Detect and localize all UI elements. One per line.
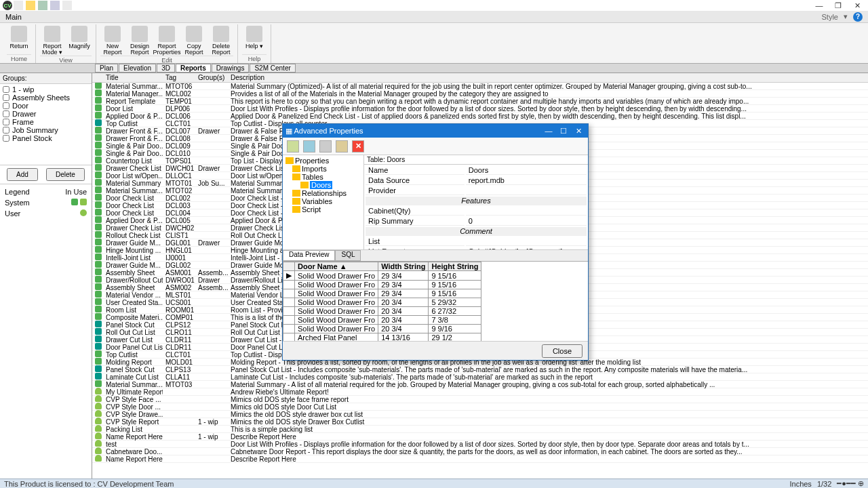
grid-row[interactable]: Solid Wood Drawer Fro20 3/49 9/16	[283, 325, 481, 333]
ribbon-magnify[interactable]: Magnify	[67, 24, 92, 56]
ribbon-report-properties[interactable]: Report Properties	[155, 24, 179, 56]
report-icon	[95, 194, 102, 201]
add-button[interactable]: Add	[7, 168, 38, 181]
tb-delete-icon[interactable]: ✕	[352, 140, 364, 152]
dialog-titlebar[interactable]: ▦ Advanced Properties — ☐ ✕	[283, 124, 588, 138]
prop-value[interactable]: 0	[466, 217, 587, 226]
qat-save-icon[interactable]	[38, 1, 47, 10]
report-icon	[95, 447, 102, 454]
grid-row[interactable]: Solid Wood Drawer Fro20 3/46 27/32	[283, 307, 481, 316]
group-checkbox[interactable]	[3, 119, 9, 125]
zoom-slider[interactable]: ━●━━ ⊕	[837, 479, 864, 488]
ribbon-copy-report[interactable]: Copy Report	[182, 24, 206, 56]
dialog-maximize-button[interactable]: ☐	[557, 127, 570, 136]
tab-reports[interactable]: Reports	[176, 64, 211, 73]
groups-list: 1 - wipAssembly SheetsDoorDrawerFrameJob…	[0, 84, 92, 165]
tab-drawings[interactable]: Drawings	[212, 64, 250, 73]
group-checkbox[interactable]	[3, 102, 9, 109]
report-icon	[95, 350, 102, 357]
group-item[interactable]: Job Summary	[1, 126, 90, 134]
tree-node-relationships[interactable]: Relationships	[284, 189, 362, 197]
qat-undo-icon[interactable]	[62, 1, 72, 10]
prop-value[interactable]	[466, 186, 587, 195]
grid-row[interactable]: Arched Flat Panel14 13/1629 1/2	[283, 333, 481, 342]
prop-value[interactable]: Cab #{Cabinet} - {Comment}	[466, 247, 587, 249]
group-item[interactable]: Panel Stock	[1, 134, 90, 142]
dialog-close-button[interactable]: ✕	[572, 127, 585, 136]
tab-elevation[interactable]: Elevation	[119, 64, 156, 73]
grid-row[interactable]: Solid Wood Drawer Fro29 3/49 15/16	[283, 281, 481, 289]
tree-node-script[interactable]: Script	[284, 205, 362, 214]
delete-button[interactable]: Delete	[46, 168, 85, 181]
group-checkbox[interactable]	[3, 110, 9, 117]
tb-icon-2[interactable]	[303, 140, 315, 152]
help-icon[interactable]: ?	[853, 12, 863, 22]
group-item[interactable]: Frame	[1, 118, 90, 126]
group-checkbox[interactable]	[3, 94, 9, 101]
tab-data-preview[interactable]: Data Preview	[283, 250, 335, 261]
grid-row[interactable]: Solid Wood Drawer Fro29 3/49 15/16	[283, 289, 481, 298]
tb-icon-4[interactable]	[336, 140, 348, 152]
prop-value[interactable]: report.mdb	[466, 176, 587, 185]
data-preview-grid[interactable]: Door Name ▲Width StringHeight String▶Sol…	[283, 261, 588, 341]
close-button[interactable]: Close	[542, 344, 583, 358]
report-icon	[95, 343, 102, 350]
grid-row[interactable]: ▶Solid Wood Drawer Fro29 3/49 15/16	[283, 271, 481, 281]
user-icon	[80, 209, 87, 216]
minimize-button[interactable]: —	[811, 1, 827, 10]
tab-s2m-center[interactable]: S2M Center	[250, 64, 295, 73]
view-tabs: PlanElevation3DReportsDrawingsS2M Center	[0, 64, 868, 73]
maximize-button[interactable]: ❐	[830, 1, 846, 10]
ribbon-design-report[interactable]: Design Report	[127, 24, 152, 56]
group-checkbox[interactable]	[3, 135, 9, 142]
ribbon-return[interactable]: Return	[7, 24, 31, 54]
close-button[interactable]: ✕	[849, 1, 865, 10]
prop-value[interactable]	[466, 207, 587, 216]
qat-new-icon[interactable]	[14, 1, 23, 10]
grid-col-header[interactable]: Height String	[429, 262, 481, 271]
tb-icon-3[interactable]	[319, 140, 332, 152]
qat-print-icon[interactable]	[50, 1, 60, 10]
tree-node-imports[interactable]: Imports	[284, 165, 362, 173]
ribbon-report-mode-[interactable]: Report Mode ▾	[40, 24, 64, 56]
fraction-label[interactable]: 1/32	[817, 480, 831, 488]
qat-open-icon[interactable]	[26, 1, 35, 10]
tab-sql[interactable]: SQL	[335, 250, 361, 261]
tb-icon-1[interactable]	[287, 140, 299, 152]
menu-main[interactable]: Main	[5, 13, 22, 21]
tree-node-doors[interactable]: Doors	[284, 181, 362, 189]
return-icon	[11, 26, 27, 42]
group-checkbox[interactable]	[3, 127, 9, 134]
grid-col-header[interactable]: Width String	[378, 262, 429, 271]
prop-value[interactable]	[466, 237, 587, 246]
report-mode--icon	[44, 26, 60, 42]
ribbon-help-[interactable]: Help ▾	[242, 24, 267, 54]
report-icon	[95, 157, 102, 163]
properties-tree[interactable]: PropertiesImportsTablesDoorsRelationship…	[283, 155, 364, 249]
group-item[interactable]: Door	[1, 102, 90, 110]
legend: LegendIn Use System User	[0, 184, 92, 221]
ribbon-delete-report[interactable]: Delete Report	[209, 24, 233, 56]
report-properties-icon	[159, 26, 175, 42]
grid-col-header[interactable]: Door Name ▲	[295, 262, 378, 271]
dialog-title: Advanced Properties	[294, 127, 363, 135]
tree-node-tables[interactable]: Tables	[284, 173, 362, 181]
style-dropdown-icon[interactable]: ▾	[844, 12, 848, 21]
grid-row[interactable]: Solid Wood Drawer Fro20 3/45 29/32	[283, 298, 481, 307]
tab-3d[interactable]: 3D	[157, 64, 175, 73]
properties-grid[interactable]: Table: Doors NameDoorsData Sourcereport.…	[364, 155, 588, 249]
tree-node-properties[interactable]: Properties	[284, 157, 362, 165]
group-item[interactable]: 1 - wip	[1, 85, 90, 94]
report-row[interactable]: Name Report HereDescribe Report Here	[92, 455, 868, 463]
tab-plan[interactable]: Plan	[95, 64, 118, 73]
prop-value[interactable]: Doors	[466, 166, 587, 175]
group-item[interactable]: Assembly Sheets	[1, 94, 90, 102]
unit-label[interactable]: Inches	[789, 480, 811, 488]
group-checkbox[interactable]	[3, 86, 9, 93]
dialog-minimize-button[interactable]: —	[542, 127, 555, 136]
prop-key: Name	[366, 166, 465, 175]
tree-node-variables[interactable]: Variables	[284, 197, 362, 205]
grid-row[interactable]: Solid Wood Drawer Fro20 3/47 3/8	[283, 316, 481, 325]
ribbon-new-report[interactable]: New Report	[100, 24, 125, 56]
group-item[interactable]: Drawer	[1, 110, 90, 118]
